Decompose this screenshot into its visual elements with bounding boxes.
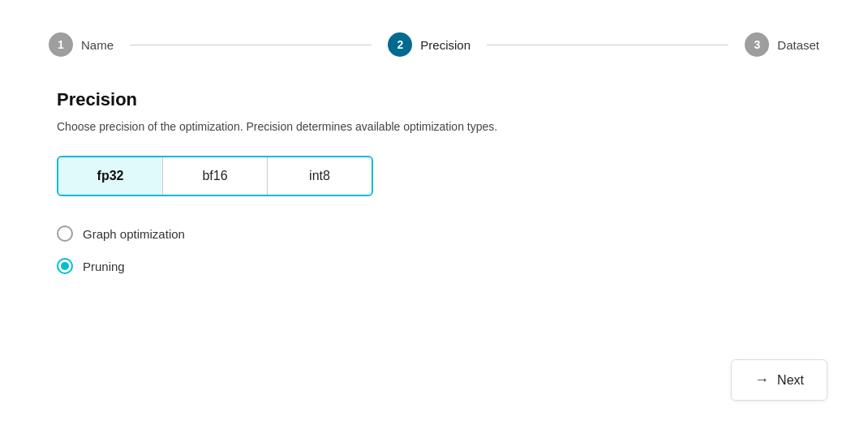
step-2: 2 Precision bbox=[388, 32, 471, 57]
step-2-circle: 2 bbox=[388, 32, 412, 57]
radio-pruning-button[interactable] bbox=[57, 258, 73, 274]
precision-fp32[interactable]: fp32 bbox=[58, 157, 163, 195]
step-3: 3 Dataset bbox=[745, 32, 819, 57]
step-line-2 bbox=[487, 45, 728, 45]
precision-int8[interactable]: int8 bbox=[268, 157, 372, 195]
step-3-circle: 3 bbox=[745, 32, 769, 57]
precision-bf16[interactable]: bf16 bbox=[163, 157, 268, 195]
main-content: Precision Choose precision of the optimi… bbox=[49, 89, 819, 274]
page-wrapper: 1 Name 2 Precision 3 Dataset Precision C… bbox=[0, 0, 868, 438]
next-button[interactable]: → Next bbox=[731, 359, 827, 401]
next-arrow-icon: → bbox=[754, 371, 769, 389]
radio-group: Graph optimization Pruning bbox=[57, 225, 811, 274]
radio-pruning-inner bbox=[61, 262, 69, 270]
radio-item-graph-optimization[interactable]: Graph optimization bbox=[57, 225, 811, 242]
step-1: 1 Name bbox=[49, 32, 114, 57]
section-title: Precision bbox=[57, 89, 811, 110]
next-button-label: Next bbox=[777, 373, 804, 388]
radio-item-pruning[interactable]: Pruning bbox=[57, 258, 811, 274]
step-1-circle: 1 bbox=[49, 32, 73, 57]
radio-graph-optimization-label: Graph optimization bbox=[83, 227, 185, 241]
step-1-label: Name bbox=[81, 38, 114, 52]
radio-pruning-label: Pruning bbox=[83, 260, 125, 273]
section-description: Choose precision of the optimization. Pr… bbox=[57, 120, 811, 133]
step-3-label: Dataset bbox=[777, 38, 819, 52]
step-2-label: Precision bbox=[420, 38, 471, 52]
stepper: 1 Name 2 Precision 3 Dataset bbox=[49, 32, 819, 57]
precision-selector: fp32 bf16 int8 bbox=[57, 156, 373, 196]
step-line-1 bbox=[130, 45, 372, 45]
radio-graph-optimization-button[interactable] bbox=[57, 225, 73, 242]
